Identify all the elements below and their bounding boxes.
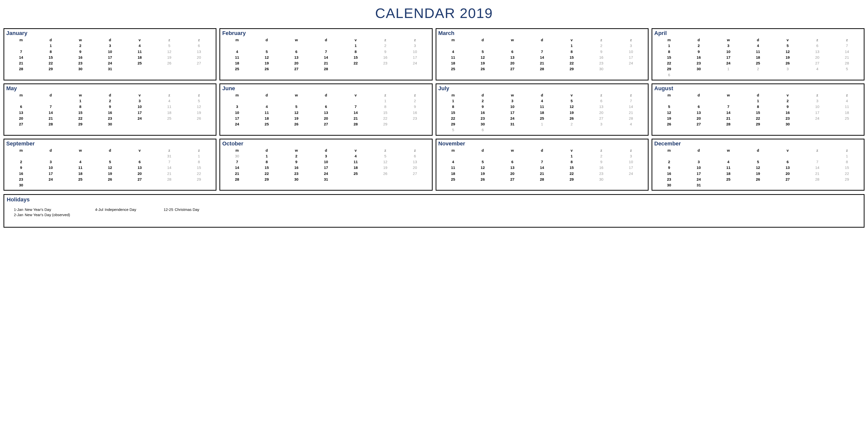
holidays-panel: Holidays 1-JanNew Year's Day4-JulIndepen… bbox=[3, 194, 865, 228]
dow-row: mdwdvzz bbox=[438, 37, 646, 43]
day-cell: 1 bbox=[36, 43, 66, 49]
day-cell: 25 bbox=[341, 171, 371, 177]
day-cell: 30 bbox=[95, 121, 125, 127]
day-cell: 29 bbox=[557, 66, 587, 72]
dow-label: d bbox=[311, 37, 341, 43]
day-cell: 17 bbox=[684, 171, 714, 177]
week-row: 22232425262728 bbox=[438, 116, 646, 121]
week-row: 6000000 bbox=[654, 72, 862, 78]
day-cell: 25 bbox=[527, 116, 557, 121]
dow-label: d bbox=[743, 148, 773, 153]
week-row: 78910111213 bbox=[6, 49, 214, 55]
day-cell: 20 bbox=[311, 116, 341, 121]
day-cell: 12 bbox=[557, 104, 587, 109]
holiday-item bbox=[92, 213, 157, 217]
week-row: 6789101112 bbox=[6, 104, 214, 109]
day-cell: 11 bbox=[252, 110, 282, 116]
day-cell: 14 bbox=[6, 55, 36, 60]
page-title: CALENDAR 2019 bbox=[2, 5, 866, 21]
dow-label: z bbox=[400, 92, 430, 98]
dow-label: m bbox=[6, 92, 36, 98]
day-cell: 7 bbox=[222, 159, 252, 165]
day-cell: 18 bbox=[252, 116, 282, 121]
week-row: 45678910 bbox=[438, 159, 646, 165]
day-cell: 4 bbox=[222, 49, 252, 55]
dow-label: d bbox=[527, 148, 557, 153]
day-cell: 9 bbox=[370, 49, 400, 55]
day-cell: 5 bbox=[557, 98, 587, 104]
day-cell: 19 bbox=[773, 55, 803, 60]
day-cell: 5 bbox=[252, 49, 282, 55]
holiday-date: 4-Jul bbox=[92, 207, 103, 212]
day-cell: 8 bbox=[370, 104, 400, 109]
day-cell: 8 bbox=[341, 49, 371, 55]
week-row: 2526272829300 bbox=[438, 177, 646, 182]
day-cell: 25 bbox=[438, 177, 468, 182]
day-cell: 24 bbox=[616, 60, 646, 66]
dow-label: w bbox=[281, 37, 311, 43]
day-cell: 22 bbox=[557, 171, 587, 177]
week-row: 28293031000 bbox=[6, 66, 214, 72]
week-row: 2930311234 bbox=[438, 121, 646, 127]
week-row: 18192021222324 bbox=[222, 60, 430, 66]
day-cell: 30 bbox=[654, 182, 684, 188]
day-cell: 6 bbox=[400, 153, 430, 159]
day-cell: 15 bbox=[557, 165, 587, 170]
day-cell: 17 bbox=[714, 55, 743, 60]
dow-label: w bbox=[281, 92, 311, 98]
day-cell: 21 bbox=[222, 171, 252, 177]
week-row: 1234567 bbox=[654, 43, 862, 49]
month-september: Septembermdwdvzz000003112345678910111213… bbox=[3, 139, 216, 191]
day-cell: 27 bbox=[587, 116, 616, 121]
day-cell: 2 bbox=[587, 43, 616, 49]
day-cell: 6 bbox=[6, 104, 36, 109]
day-cell: 10 bbox=[616, 159, 646, 165]
day-cell: 12 bbox=[468, 55, 498, 60]
week-row: 11121314151617 bbox=[438, 165, 646, 170]
day-cell: 28 bbox=[616, 116, 646, 121]
day-cell: 27 bbox=[400, 171, 430, 177]
day-cell: 3 bbox=[616, 43, 646, 49]
dow-label: d bbox=[252, 92, 282, 98]
day-cell: 18 bbox=[65, 171, 95, 177]
day-cell: 1 bbox=[341, 43, 371, 49]
day-cell: 4 bbox=[527, 98, 557, 104]
week-row: 0000123 bbox=[438, 153, 646, 159]
dow-label: z bbox=[184, 148, 214, 153]
day-cell: 4 bbox=[252, 104, 282, 109]
day-cell: 16 bbox=[281, 165, 311, 170]
day-cell: 30 bbox=[587, 66, 616, 72]
day-cell: 1 bbox=[65, 98, 95, 104]
day-cell: 2 bbox=[557, 121, 587, 127]
day-cell: 14 bbox=[311, 55, 341, 60]
day-cell: 26 bbox=[154, 60, 184, 66]
dow-label: d bbox=[684, 37, 714, 43]
day-cell: 27 bbox=[311, 121, 341, 127]
week-row: 45678910 bbox=[438, 49, 646, 55]
day-cell: 26 bbox=[95, 177, 125, 182]
day-cell: 1 bbox=[527, 121, 557, 127]
day-cell: 10 bbox=[498, 104, 527, 109]
day-cell: 20 bbox=[587, 110, 616, 116]
day-cell: 3 bbox=[125, 98, 154, 104]
month-name: April bbox=[654, 30, 862, 36]
dow-row: mdwdvzz bbox=[6, 92, 214, 98]
day-cell: 3 bbox=[95, 43, 125, 49]
month-name: May bbox=[6, 85, 214, 92]
day-cell: 23 bbox=[6, 177, 36, 182]
dow-label: z bbox=[587, 92, 616, 98]
dow-label: z bbox=[616, 37, 646, 43]
day-cell: 9 bbox=[65, 49, 95, 55]
day-cell: 20 bbox=[400, 165, 430, 170]
month-march: Marchmdwdvzz0000123456789101112131415161… bbox=[436, 28, 649, 81]
dow-label: d bbox=[527, 37, 557, 43]
day-cell: 9 bbox=[95, 104, 125, 109]
day-cell: 4 bbox=[803, 66, 832, 72]
week-row: 14151617181920 bbox=[6, 55, 214, 60]
day-cell: 27 bbox=[498, 177, 527, 182]
day-cell: 19 bbox=[743, 171, 773, 177]
day-cell: 17 bbox=[616, 55, 646, 60]
day-cell: 11 bbox=[527, 104, 557, 109]
day-cell: 6 bbox=[281, 49, 311, 55]
day-cell: 20 bbox=[125, 171, 154, 177]
